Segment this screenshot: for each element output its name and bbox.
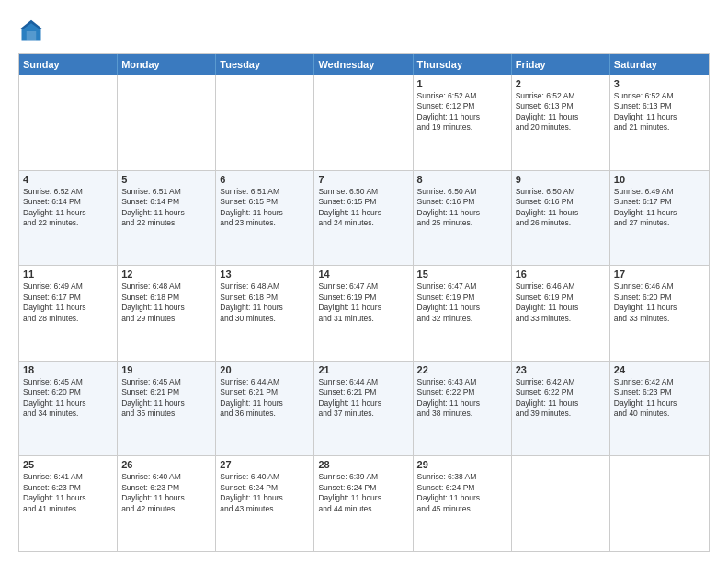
day-number: 19	[121, 364, 211, 375]
day-info: Sunrise: 6:46 AM Sunset: 6:19 PM Dayligh…	[516, 282, 606, 324]
page: SundayMondayTuesdayWednesdayThursdayFrid…	[0, 0, 728, 563]
day-cell-24: 24Sunrise: 6:42 AM Sunset: 6:23 PM Dayli…	[610, 362, 709, 456]
day-info: Sunrise: 6:52 AM Sunset: 6:13 PM Dayligh…	[516, 91, 606, 133]
day-cell-14: 14Sunrise: 6:47 AM Sunset: 6:19 PM Dayli…	[314, 266, 413, 361]
day-number: 13	[220, 269, 310, 280]
day-info: Sunrise: 6:43 AM Sunset: 6:22 PM Dayligh…	[417, 377, 507, 419]
header	[18, 15, 710, 44]
week-row-4: 18Sunrise: 6:45 AM Sunset: 6:20 PM Dayli…	[19, 361, 709, 456]
day-cell-7: 7Sunrise: 6:50 AM Sunset: 6:15 PM Daylig…	[314, 171, 413, 266]
day-cell-28: 28Sunrise: 6:39 AM Sunset: 6:24 PM Dayli…	[314, 456, 413, 551]
day-info: Sunrise: 6:49 AM Sunset: 6:17 PM Dayligh…	[23, 282, 113, 324]
day-cell-23: 23Sunrise: 6:42 AM Sunset: 6:22 PM Dayli…	[512, 362, 610, 456]
day-number: 11	[23, 269, 113, 280]
week-row-5: 25Sunrise: 6:41 AM Sunset: 6:23 PM Dayli…	[19, 455, 709, 551]
day-info: Sunrise: 6:52 AM Sunset: 6:13 PM Dayligh…	[614, 91, 705, 133]
day-cell-empty	[610, 456, 709, 551]
day-cell-17: 17Sunrise: 6:46 AM Sunset: 6:20 PM Dayli…	[610, 266, 709, 361]
header-day-friday: Friday	[512, 54, 610, 75]
day-number: 20	[220, 364, 310, 375]
day-number: 27	[220, 459, 310, 470]
day-cell-11: 11Sunrise: 6:49 AM Sunset: 6:17 PM Dayli…	[19, 266, 118, 361]
day-cell-empty	[512, 456, 610, 551]
logo	[18, 18, 48, 44]
day-number: 5	[121, 174, 211, 185]
day-number: 9	[516, 174, 606, 185]
day-number: 1	[417, 78, 507, 89]
day-number: 7	[318, 174, 408, 185]
day-info: Sunrise: 6:46 AM Sunset: 6:20 PM Dayligh…	[614, 282, 705, 324]
day-cell-19: 19Sunrise: 6:45 AM Sunset: 6:21 PM Dayli…	[118, 362, 216, 456]
day-info: Sunrise: 6:42 AM Sunset: 6:23 PM Dayligh…	[614, 377, 705, 419]
day-number: 16	[516, 269, 606, 280]
day-number: 29	[417, 459, 507, 470]
header-day-sunday: Sunday	[19, 54, 118, 75]
day-cell-empty	[19, 75, 118, 170]
day-number: 10	[614, 174, 705, 185]
header-day-tuesday: Tuesday	[216, 54, 314, 75]
day-cell-20: 20Sunrise: 6:44 AM Sunset: 6:21 PM Dayli…	[216, 362, 314, 456]
day-number: 18	[23, 364, 113, 375]
day-cell-21: 21Sunrise: 6:44 AM Sunset: 6:21 PM Dayli…	[314, 362, 413, 456]
day-info: Sunrise: 6:48 AM Sunset: 6:18 PM Dayligh…	[220, 282, 310, 324]
day-cell-4: 4Sunrise: 6:52 AM Sunset: 6:14 PM Daylig…	[19, 171, 118, 266]
day-info: Sunrise: 6:44 AM Sunset: 6:21 PM Dayligh…	[220, 377, 310, 419]
day-number: 8	[417, 174, 507, 185]
day-number: 26	[121, 459, 211, 470]
day-cell-8: 8Sunrise: 6:50 AM Sunset: 6:16 PM Daylig…	[414, 171, 512, 266]
day-cell-15: 15Sunrise: 6:47 AM Sunset: 6:19 PM Dayli…	[414, 266, 512, 361]
day-info: Sunrise: 6:48 AM Sunset: 6:18 PM Dayligh…	[121, 282, 211, 324]
calendar-body: 1Sunrise: 6:52 AM Sunset: 6:12 PM Daylig…	[19, 75, 709, 551]
header-day-thursday: Thursday	[414, 54, 512, 75]
day-cell-29: 29Sunrise: 6:38 AM Sunset: 6:24 PM Dayli…	[414, 456, 512, 551]
day-cell-6: 6Sunrise: 6:51 AM Sunset: 6:15 PM Daylig…	[216, 171, 314, 266]
day-number: 22	[417, 364, 507, 375]
day-info: Sunrise: 6:45 AM Sunset: 6:20 PM Dayligh…	[23, 377, 113, 419]
day-info: Sunrise: 6:39 AM Sunset: 6:24 PM Dayligh…	[318, 472, 408, 514]
day-number: 25	[23, 459, 113, 470]
day-cell-1: 1Sunrise: 6:52 AM Sunset: 6:12 PM Daylig…	[414, 75, 512, 170]
day-info: Sunrise: 6:52 AM Sunset: 6:14 PM Dayligh…	[23, 187, 113, 229]
day-cell-26: 26Sunrise: 6:40 AM Sunset: 6:23 PM Dayli…	[118, 456, 216, 551]
day-cell-empty	[118, 75, 216, 170]
day-cell-10: 10Sunrise: 6:49 AM Sunset: 6:17 PM Dayli…	[610, 171, 709, 266]
day-cell-3: 3Sunrise: 6:52 AM Sunset: 6:13 PM Daylig…	[610, 75, 709, 170]
day-info: Sunrise: 6:41 AM Sunset: 6:23 PM Dayligh…	[23, 472, 113, 514]
week-row-1: 1Sunrise: 6:52 AM Sunset: 6:12 PM Daylig…	[19, 75, 709, 170]
day-number: 23	[516, 364, 606, 375]
day-info: Sunrise: 6:50 AM Sunset: 6:16 PM Dayligh…	[417, 187, 507, 229]
day-cell-16: 16Sunrise: 6:46 AM Sunset: 6:19 PM Dayli…	[512, 266, 610, 361]
day-info: Sunrise: 6:38 AM Sunset: 6:24 PM Dayligh…	[417, 472, 507, 514]
day-cell-5: 5Sunrise: 6:51 AM Sunset: 6:14 PM Daylig…	[118, 171, 216, 266]
calendar: SundayMondayTuesdayWednesdayThursdayFrid…	[18, 53, 710, 552]
day-number: 2	[516, 78, 606, 89]
logo-icon	[18, 18, 44, 44]
header-day-wednesday: Wednesday	[314, 54, 413, 75]
day-info: Sunrise: 6:50 AM Sunset: 6:15 PM Dayligh…	[318, 187, 408, 229]
day-cell-9: 9Sunrise: 6:50 AM Sunset: 6:16 PM Daylig…	[512, 171, 610, 266]
day-info: Sunrise: 6:50 AM Sunset: 6:16 PM Dayligh…	[516, 187, 606, 229]
day-info: Sunrise: 6:51 AM Sunset: 6:15 PM Dayligh…	[220, 187, 310, 229]
day-number: 6	[220, 174, 310, 185]
day-cell-empty	[216, 75, 314, 170]
day-cell-empty	[314, 75, 413, 170]
day-number: 17	[614, 269, 705, 280]
day-info: Sunrise: 6:47 AM Sunset: 6:19 PM Dayligh…	[417, 282, 507, 324]
day-cell-18: 18Sunrise: 6:45 AM Sunset: 6:20 PM Dayli…	[19, 362, 118, 456]
day-number: 14	[318, 269, 408, 280]
day-info: Sunrise: 6:47 AM Sunset: 6:19 PM Dayligh…	[318, 282, 408, 324]
day-number: 12	[121, 269, 211, 280]
day-cell-22: 22Sunrise: 6:43 AM Sunset: 6:22 PM Dayli…	[414, 362, 512, 456]
header-day-monday: Monday	[118, 54, 216, 75]
day-number: 21	[318, 364, 408, 375]
svg-rect-2	[27, 31, 37, 41]
day-number: 24	[614, 364, 705, 375]
day-info: Sunrise: 6:49 AM Sunset: 6:17 PM Dayligh…	[614, 187, 705, 229]
week-row-2: 4Sunrise: 6:52 AM Sunset: 6:14 PM Daylig…	[19, 170, 709, 266]
day-info: Sunrise: 6:44 AM Sunset: 6:21 PM Dayligh…	[318, 377, 408, 419]
day-cell-12: 12Sunrise: 6:48 AM Sunset: 6:18 PM Dayli…	[118, 266, 216, 361]
day-number: 4	[23, 174, 113, 185]
day-number: 15	[417, 269, 507, 280]
day-info: Sunrise: 6:51 AM Sunset: 6:14 PM Dayligh…	[121, 187, 211, 229]
week-row-3: 11Sunrise: 6:49 AM Sunset: 6:17 PM Dayli…	[19, 265, 709, 361]
